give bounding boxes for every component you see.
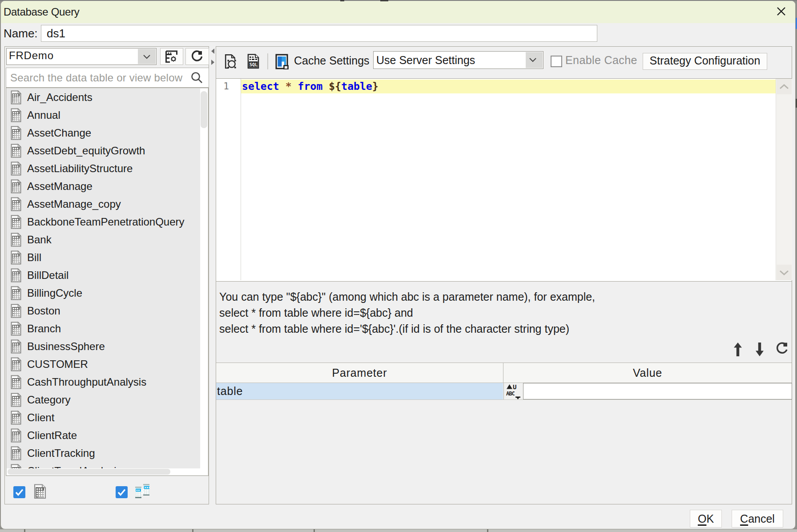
table-file-icon xyxy=(11,108,21,122)
table-list-item[interactable]: Annual xyxy=(7,106,201,124)
datasource-chevron-area[interactable] xyxy=(138,49,156,64)
table-file-icon xyxy=(11,286,21,300)
table-file-icon xyxy=(11,161,21,176)
table-list: Air_Accidents xyxy=(6,88,209,476)
param-row[interactable]: table U ABC xyxy=(216,383,792,400)
splitter-collapse-left[interactable] xyxy=(211,48,214,54)
cache-settings-select[interactable]: Use Server Settings xyxy=(373,51,543,69)
table-list-item[interactable]: ClientTracking xyxy=(7,444,201,462)
fine-doc-icon[interactable] xyxy=(275,54,289,69)
tables-filter-icon xyxy=(34,484,46,499)
table-list-item[interactable]: Air_Accidents xyxy=(7,89,201,106)
table-file-icon xyxy=(11,304,21,318)
name-label: Name: xyxy=(4,26,38,40)
editor-gutter: 1 xyxy=(216,79,241,280)
views-filter-icon xyxy=(135,483,150,499)
scroll-down-button[interactable] xyxy=(777,265,792,280)
string-type-icon: U ABC xyxy=(505,383,522,399)
datasource-config-icon xyxy=(165,50,178,63)
table-list-item[interactable]: Boston xyxy=(7,302,201,320)
ok-button[interactable]: OK xyxy=(690,510,722,528)
table-list-item[interactable]: CashThroughputAnalysis xyxy=(7,373,201,391)
sql-space xyxy=(322,81,329,92)
help-line-2: select * from table where id=${abc} and xyxy=(219,305,413,321)
table-file-icon xyxy=(11,446,21,460)
table-list-item[interactable]: BillDetail xyxy=(7,266,201,284)
check-icon xyxy=(13,486,25,498)
table-list-rows: Air_Accidents xyxy=(7,89,201,468)
table-file-icon xyxy=(11,393,21,407)
sql-operator: * xyxy=(286,81,292,92)
table-list-item[interactable]: Bill xyxy=(7,249,201,266)
sql-preview-icon[interactable]: SQL xyxy=(247,54,259,69)
hscroll-thumb[interactable] xyxy=(8,469,170,475)
table-file-icon xyxy=(11,339,21,354)
refresh-params-icon[interactable] xyxy=(775,341,788,356)
top-edge-tick2 xyxy=(380,0,388,1)
show-tables-checkbox[interactable] xyxy=(13,486,25,498)
table-file-icon xyxy=(11,375,21,389)
header-divider xyxy=(503,363,503,383)
move-param-up-icon[interactable] xyxy=(733,342,743,357)
sql-param-name: table xyxy=(341,81,372,92)
table-list-item[interactable]: ClientRate xyxy=(7,427,201,444)
name-input[interactable]: ds1 xyxy=(41,25,597,42)
table-list-item[interactable]: AssetManage_copy xyxy=(7,195,201,213)
param-value-input[interactable] xyxy=(523,383,792,399)
top-edge-tick1 xyxy=(340,0,344,1)
datasource-config-button[interactable] xyxy=(160,48,183,65)
table-list-item[interactable]: Client xyxy=(7,409,201,427)
search-icon xyxy=(190,71,203,85)
table-list-item[interactable]: AssetLiabilityStructure xyxy=(7,160,201,177)
preview-icon[interactable] xyxy=(225,54,237,69)
param-name-cell[interactable]: table xyxy=(216,383,503,399)
scroll-up-button[interactable] xyxy=(777,79,792,94)
table-list-item[interactable]: AssetManage xyxy=(7,177,201,195)
table-list-hscrollbar[interactable] xyxy=(7,468,208,475)
table-file-icon xyxy=(11,250,21,265)
sql-space xyxy=(292,81,298,92)
chevron-up-icon xyxy=(779,84,789,89)
vscroll-thumb[interactable] xyxy=(201,91,207,128)
table-list-item[interactable]: BackboneTeamPenetrationQuery xyxy=(7,213,201,231)
editor-vscrollbar[interactable] xyxy=(776,79,792,280)
table-file-icon xyxy=(11,411,21,425)
svg-text:SQL: SQL xyxy=(250,62,258,67)
table-list-item[interactable]: Branch xyxy=(7,320,201,338)
table-file-icon xyxy=(11,215,21,229)
table-file-icon xyxy=(11,268,21,282)
datasource-select[interactable]: FRDemo xyxy=(6,48,157,65)
table-file-icon xyxy=(11,357,21,371)
show-views-checkbox[interactable] xyxy=(116,486,128,498)
table-list-item[interactable]: Bank xyxy=(7,231,201,249)
sql-editor[interactable]: 1 select * from ${table} xyxy=(216,78,792,282)
splitter-collapse-right[interactable] xyxy=(211,60,214,65)
enable-cache-checkbox[interactable] xyxy=(551,56,562,67)
table-list-item[interactable]: AssetChange xyxy=(7,124,201,142)
table-list-item[interactable]: BillingCycle xyxy=(7,284,201,302)
table-search-input[interactable]: Search the data table or view below xyxy=(6,68,209,88)
refresh-icon xyxy=(190,50,204,63)
table-file-icon xyxy=(11,197,21,211)
table-list-item[interactable]: BusinessSphere xyxy=(7,338,201,355)
refresh-tables-button[interactable] xyxy=(185,48,209,65)
param-type-button[interactable]: U ABC xyxy=(503,383,523,399)
table-list-item[interactable]: Category xyxy=(7,391,201,409)
move-param-down-icon[interactable] xyxy=(755,342,765,357)
strategy-configuration-button[interactable]: Strategy Configuration xyxy=(643,53,767,70)
table-list-item[interactable]: ClientTrendAnalysis xyxy=(7,462,201,468)
bottom-tick3 xyxy=(314,529,315,532)
cancel-button[interactable]: Cancel xyxy=(732,510,783,528)
column-parameter: Parameter xyxy=(216,363,503,383)
table-list-item[interactable]: AssetDebt_equityGrowth xyxy=(7,142,201,160)
column-value: Value xyxy=(503,363,792,383)
cache-settings-label: Cache Settings xyxy=(294,52,370,69)
close-icon[interactable] xyxy=(777,7,786,16)
table-file-icon xyxy=(11,179,21,193)
cache-chevron-area[interactable] xyxy=(526,52,543,68)
table-list-vscrollbar[interactable] xyxy=(200,89,208,468)
sql-param-close-brace: } xyxy=(372,81,378,92)
table-list-item[interactable]: CUSTOMER xyxy=(7,355,201,373)
dialog-titlebar[interactable]: Database Query xyxy=(1,1,795,23)
sql-keyword: from xyxy=(298,81,323,92)
